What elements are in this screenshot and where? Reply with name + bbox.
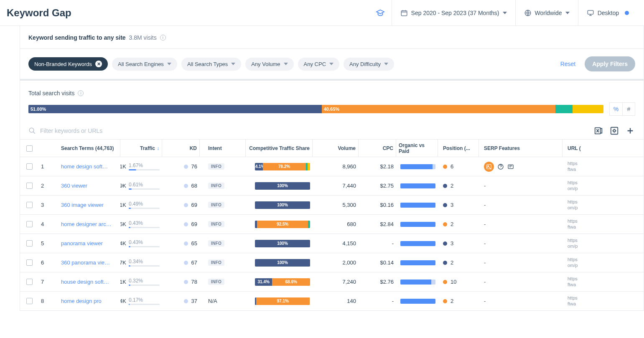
traffic-pct: 0.32%	[129, 278, 160, 284]
position-dot	[443, 280, 447, 284]
share-toggle-number[interactable]: #	[622, 103, 635, 115]
chevron-down-icon	[565, 12, 570, 14]
ovp-bar	[400, 164, 435, 169]
col-cts[interactable]: Competitive Traffic Share	[246, 140, 313, 157]
col-url[interactable]: URL (	[563, 140, 588, 157]
row-checkbox[interactable]	[26, 202, 33, 208]
col-search-terms[interactable]: Search Terms (44,763)	[59, 140, 120, 157]
row-index: 2	[38, 183, 59, 189]
search-term-link[interactable]: home designer arc…	[61, 221, 112, 227]
serp-features: -	[484, 202, 486, 208]
col-serp[interactable]: SERP Features	[479, 140, 563, 157]
svg-rect-0	[401, 10, 407, 15]
cpc-value: -	[359, 240, 396, 247]
snippet-icon[interactable]	[507, 163, 514, 170]
row-checkbox[interactable]	[26, 163, 33, 170]
search-term-link[interactable]: home design pro	[61, 298, 102, 304]
desktop-icon	[587, 9, 594, 17]
row-checkbox[interactable]	[26, 298, 33, 304]
row-checkbox[interactable]	[26, 183, 33, 189]
url-value[interactable]: httpsftwa	[568, 276, 578, 287]
filter-chip-types[interactable]: All Search Types	[181, 58, 241, 71]
share-toggle-percent[interactable]: %	[610, 103, 622, 115]
search-term-link[interactable]: panorama viewer	[61, 240, 103, 247]
export-excel-icon[interactable]	[593, 126, 603, 136]
cts-bar: 100%	[255, 259, 310, 267]
question-icon[interactable]	[497, 163, 504, 170]
intent-pill: INFO	[208, 202, 224, 208]
share-bar-segment	[573, 105, 603, 113]
date-range-selector[interactable]: Sep 2020 - Sep 2023 (37 Months)	[392, 0, 515, 26]
close-icon[interactable]: ✕	[95, 61, 102, 67]
ovp-bar	[400, 260, 435, 265]
info-icon[interactable]: i	[78, 90, 84, 96]
filter-chip-volume[interactable]: Any Volume	[245, 58, 293, 71]
region-selector[interactable]: Worldwide	[515, 0, 578, 26]
share-bar-segment	[555, 105, 573, 113]
row-checkbox[interactable]	[26, 279, 33, 285]
image-icon[interactable]	[484, 162, 494, 172]
row-checkbox[interactable]	[26, 259, 33, 266]
col-intent[interactable]: Intent	[200, 140, 246, 157]
filter-chip-active[interactable]: Non-Branded Keywords ✕	[28, 57, 108, 71]
kd-dot	[184, 184, 188, 188]
cts-bar: 97.1%	[255, 297, 310, 305]
col-cpc[interactable]: CPC	[359, 140, 396, 157]
chevron-down-icon	[384, 63, 388, 65]
total-visits-label: Total search visits	[28, 90, 74, 97]
col-position[interactable]: Position (...	[438, 140, 479, 157]
table-row: 2360 viewer19K0.61%68INFO100%7,440$2.752…	[20, 176, 644, 195]
col-traffic[interactable]: Traffic↓	[120, 140, 162, 157]
table-row: 6360 panorama vie…10.7K0.34%67INFO100%2,…	[20, 253, 644, 272]
apply-filters-button[interactable]: Apply Filters	[585, 56, 635, 71]
search-term-link[interactable]: 360 viewer	[61, 183, 87, 189]
filter-chip-engines[interactable]: All Search Engines	[112, 58, 177, 71]
url-value[interactable]: httpsom/p	[568, 180, 578, 191]
search-term-link[interactable]: house design soft…	[61, 279, 109, 285]
kd-value: 68	[191, 183, 197, 189]
col-ovp[interactable]: Organic vs Paid	[396, 140, 438, 157]
kd-value: 69	[191, 202, 197, 208]
kd-dot	[184, 241, 188, 246]
url-value[interactable]: httpsom/p	[568, 199, 578, 210]
svg-point-3	[29, 128, 34, 132]
select-all-checkbox[interactable]	[26, 145, 33, 152]
sort-down-icon: ↓	[157, 145, 159, 151]
col-volume[interactable]: Volume	[313, 140, 359, 157]
row-checkbox[interactable]	[26, 221, 33, 227]
filter-chip-cpc[interactable]: Any CPC	[298, 58, 339, 71]
volume-value: 140	[313, 298, 359, 304]
traffic-pct: 1.67%	[129, 163, 160, 168]
education-icon[interactable]	[376, 8, 385, 18]
search-term-link[interactable]: 360 image viewer	[61, 202, 104, 208]
serp-features: -	[484, 259, 486, 266]
url-value[interactable]: httpsom/p	[568, 257, 578, 268]
url-value[interactable]: httpsftwa	[568, 295, 578, 306]
platform-selector[interactable]: Desktop	[578, 0, 637, 26]
ovp-bar	[400, 299, 435, 304]
url-value[interactable]: httpsftwa	[568, 219, 578, 229]
intent-pill: INFO	[208, 259, 224, 266]
cts-bar: 100%	[255, 240, 310, 247]
reset-button[interactable]: Reset	[555, 61, 581, 67]
total-visits-share-bar: 51.00%40.65%	[28, 105, 603, 113]
info-icon[interactable]: i	[160, 35, 166, 41]
traffic-value: 5.4K	[120, 298, 126, 304]
url-value[interactable]: httpsom/p	[568, 238, 578, 249]
row-checkbox[interactable]	[26, 240, 33, 247]
kd-dot	[184, 261, 188, 265]
kd-dot	[184, 299, 188, 303]
cts-bar: 14.1%78.2%	[255, 163, 310, 170]
kd-value: 37	[191, 298, 197, 304]
volume-value: 5,300	[313, 202, 359, 208]
cts-bar: 100%	[255, 201, 310, 209]
filter-keywords-input[interactable]	[40, 127, 588, 134]
add-column-icon[interactable]	[625, 126, 635, 136]
table-settings-icon[interactable]	[609, 126, 619, 136]
search-term-link[interactable]: 360 panorama vie…	[61, 259, 110, 266]
url-value[interactable]: httpsftwa	[568, 161, 578, 172]
search-term-link[interactable]: home design soft…	[61, 163, 108, 170]
position-dot	[443, 261, 447, 265]
col-kd[interactable]: KD	[162, 140, 200, 157]
filter-chip-difficulty[interactable]: Any Difficulty	[344, 58, 394, 71]
